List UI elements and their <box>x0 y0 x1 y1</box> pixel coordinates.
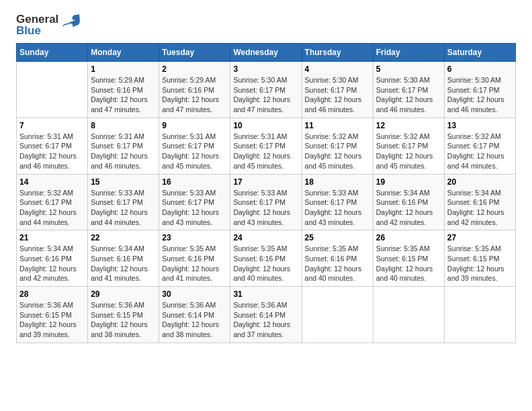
day-info: Sunrise: 5:30 AM Sunset: 6:17 PM Dayligh… <box>305 75 370 115</box>
day-number: 8 <box>91 121 156 130</box>
day-number: 5 <box>376 64 441 74</box>
day-info: Sunrise: 5:35 AM Sunset: 6:15 PM Dayligh… <box>447 244 513 283</box>
calendar-week-4: 21Sunrise: 5:34 AM Sunset: 6:16 PM Dayli… <box>17 230 516 287</box>
day-number: 4 <box>305 64 370 74</box>
calendar-cell: 23Sunrise: 5:35 AM Sunset: 6:16 PM Dayli… <box>159 230 230 287</box>
calendar-cell <box>373 287 444 343</box>
calendar-week-1: 1Sunrise: 5:29 AM Sunset: 6:16 PM Daylig… <box>17 62 516 118</box>
day-info: Sunrise: 5:32 AM Sunset: 6:17 PM Dayligh… <box>447 132 513 171</box>
calendar-header-thursday: Thursday <box>302 44 373 62</box>
day-number: 19 <box>376 177 441 187</box>
calendar-cell: 13Sunrise: 5:32 AM Sunset: 6:17 PM Dayli… <box>444 118 515 174</box>
day-info: Sunrise: 5:33 AM Sunset: 6:17 PM Dayligh… <box>162 188 227 228</box>
calendar-cell <box>17 62 88 118</box>
calendar-table: SundayMondayTuesdayWednesdayThursdayFrid… <box>16 43 516 343</box>
calendar-cell: 21Sunrise: 5:34 AM Sunset: 6:16 PM Dayli… <box>17 230 88 287</box>
calendar-cell: 27Sunrise: 5:35 AM Sunset: 6:15 PM Dayli… <box>444 230 515 287</box>
calendar-cell: 9Sunrise: 5:31 AM Sunset: 6:17 PM Daylig… <box>159 118 230 174</box>
day-info: Sunrise: 5:32 AM Sunset: 6:17 PM Dayligh… <box>305 132 370 171</box>
day-number: 13 <box>447 121 513 130</box>
day-info: Sunrise: 5:35 AM Sunset: 6:16 PM Dayligh… <box>162 244 227 283</box>
page-header: General Blue <box>16 13 516 36</box>
calendar-cell: 19Sunrise: 5:34 AM Sunset: 6:16 PM Dayli… <box>373 174 444 230</box>
day-number: 26 <box>376 233 441 242</box>
logo-general: General <box>16 13 58 25</box>
day-number: 23 <box>162 233 227 242</box>
logo: General Blue <box>16 13 82 36</box>
calendar-header-saturday: Saturday <box>444 44 515 62</box>
day-info: Sunrise: 5:34 AM Sunset: 6:16 PM Dayligh… <box>91 244 156 283</box>
day-number: 28 <box>19 289 85 299</box>
day-number: 15 <box>91 177 156 187</box>
calendar-week-5: 28Sunrise: 5:36 AM Sunset: 6:15 PM Dayli… <box>17 287 516 343</box>
calendar-cell: 14Sunrise: 5:32 AM Sunset: 6:17 PM Dayli… <box>17 174 88 230</box>
calendar-cell: 22Sunrise: 5:34 AM Sunset: 6:16 PM Dayli… <box>88 230 159 287</box>
calendar-cell: 8Sunrise: 5:31 AM Sunset: 6:17 PM Daylig… <box>88 118 159 174</box>
day-number: 21 <box>19 233 85 242</box>
calendar-cell: 26Sunrise: 5:35 AM Sunset: 6:15 PM Dayli… <box>373 230 444 287</box>
day-number: 7 <box>19 121 85 130</box>
calendar-cell: 3Sunrise: 5:30 AM Sunset: 6:17 PM Daylig… <box>230 62 302 118</box>
logo-container: General Blue <box>16 13 82 36</box>
calendar-cell: 1Sunrise: 5:29 AM Sunset: 6:16 PM Daylig… <box>88 62 159 118</box>
calendar-header-monday: Monday <box>88 44 159 62</box>
day-number: 14 <box>19 177 85 187</box>
day-number: 29 <box>91 289 156 299</box>
logo-text: General Blue <box>16 13 58 36</box>
calendar-cell: 17Sunrise: 5:33 AM Sunset: 6:17 PM Dayli… <box>230 174 302 230</box>
day-info: Sunrise: 5:30 AM Sunset: 6:17 PM Dayligh… <box>447 75 513 115</box>
day-number: 2 <box>162 64 227 74</box>
day-number: 22 <box>91 233 156 242</box>
day-info: Sunrise: 5:34 AM Sunset: 6:16 PM Dayligh… <box>447 188 513 228</box>
calendar-cell: 29Sunrise: 5:36 AM Sunset: 6:15 PM Dayli… <box>88 287 159 343</box>
day-number: 18 <box>305 177 370 187</box>
calendar-cell <box>302 287 373 343</box>
calendar-cell: 2Sunrise: 5:29 AM Sunset: 6:16 PM Daylig… <box>159 62 230 118</box>
calendar-cell: 7Sunrise: 5:31 AM Sunset: 6:17 PM Daylig… <box>17 118 88 174</box>
day-info: Sunrise: 5:31 AM Sunset: 6:17 PM Dayligh… <box>162 132 227 171</box>
day-info: Sunrise: 5:30 AM Sunset: 6:17 PM Dayligh… <box>376 75 441 115</box>
calendar-cell: 30Sunrise: 5:36 AM Sunset: 6:14 PM Dayli… <box>159 287 230 343</box>
day-number: 3 <box>233 64 298 74</box>
calendar-cell: 16Sunrise: 5:33 AM Sunset: 6:17 PM Dayli… <box>159 174 230 230</box>
day-info: Sunrise: 5:32 AM Sunset: 6:17 PM Dayligh… <box>376 132 441 171</box>
logo-bird-icon <box>60 11 82 33</box>
day-number: 11 <box>305 121 370 130</box>
calendar-week-2: 7Sunrise: 5:31 AM Sunset: 6:17 PM Daylig… <box>17 118 516 174</box>
calendar-header-tuesday: Tuesday <box>159 44 230 62</box>
calendar-cell: 18Sunrise: 5:33 AM Sunset: 6:17 PM Dayli… <box>302 174 373 230</box>
calendar-header-row: SundayMondayTuesdayWednesdayThursdayFrid… <box>17 44 516 62</box>
day-info: Sunrise: 5:34 AM Sunset: 6:16 PM Dayligh… <box>19 244 85 283</box>
day-number: 31 <box>233 289 298 299</box>
calendar-cell: 6Sunrise: 5:30 AM Sunset: 6:17 PM Daylig… <box>444 62 515 118</box>
day-info: Sunrise: 5:32 AM Sunset: 6:17 PM Dayligh… <box>19 188 85 228</box>
day-number: 12 <box>376 121 441 130</box>
calendar-cell: 11Sunrise: 5:32 AM Sunset: 6:17 PM Dayli… <box>302 118 373 174</box>
day-info: Sunrise: 5:29 AM Sunset: 6:16 PM Dayligh… <box>162 75 227 115</box>
day-info: Sunrise: 5:35 AM Sunset: 6:16 PM Dayligh… <box>305 244 370 283</box>
day-info: Sunrise: 5:33 AM Sunset: 6:17 PM Dayligh… <box>233 188 298 228</box>
day-number: 9 <box>162 121 227 130</box>
day-info: Sunrise: 5:36 AM Sunset: 6:15 PM Dayligh… <box>19 300 85 340</box>
day-number: 24 <box>233 233 298 242</box>
day-info: Sunrise: 5:29 AM Sunset: 6:16 PM Dayligh… <box>91 75 156 115</box>
day-info: Sunrise: 5:34 AM Sunset: 6:16 PM Dayligh… <box>376 188 441 228</box>
day-number: 30 <box>162 289 227 299</box>
day-info: Sunrise: 5:36 AM Sunset: 6:14 PM Dayligh… <box>162 300 227 340</box>
logo-blue: Blue <box>16 25 58 36</box>
day-number: 6 <box>447 64 513 74</box>
calendar-header-friday: Friday <box>373 44 444 62</box>
calendar-cell: 28Sunrise: 5:36 AM Sunset: 6:15 PM Dayli… <box>17 287 88 343</box>
day-info: Sunrise: 5:31 AM Sunset: 6:17 PM Dayligh… <box>91 132 156 171</box>
calendar-cell: 15Sunrise: 5:33 AM Sunset: 6:17 PM Dayli… <box>88 174 159 230</box>
calendar-cell: 5Sunrise: 5:30 AM Sunset: 6:17 PM Daylig… <box>373 62 444 118</box>
day-number: 10 <box>233 121 298 130</box>
day-info: Sunrise: 5:36 AM Sunset: 6:14 PM Dayligh… <box>233 300 298 340</box>
calendar-week-3: 14Sunrise: 5:32 AM Sunset: 6:17 PM Dayli… <box>17 174 516 230</box>
calendar-cell <box>444 287 515 343</box>
calendar-cell: 31Sunrise: 5:36 AM Sunset: 6:14 PM Dayli… <box>230 287 302 343</box>
calendar-cell: 4Sunrise: 5:30 AM Sunset: 6:17 PM Daylig… <box>302 62 373 118</box>
calendar-cell: 12Sunrise: 5:32 AM Sunset: 6:17 PM Dayli… <box>373 118 444 174</box>
day-info: Sunrise: 5:31 AM Sunset: 6:17 PM Dayligh… <box>233 132 298 171</box>
calendar-header-wednesday: Wednesday <box>230 44 302 62</box>
